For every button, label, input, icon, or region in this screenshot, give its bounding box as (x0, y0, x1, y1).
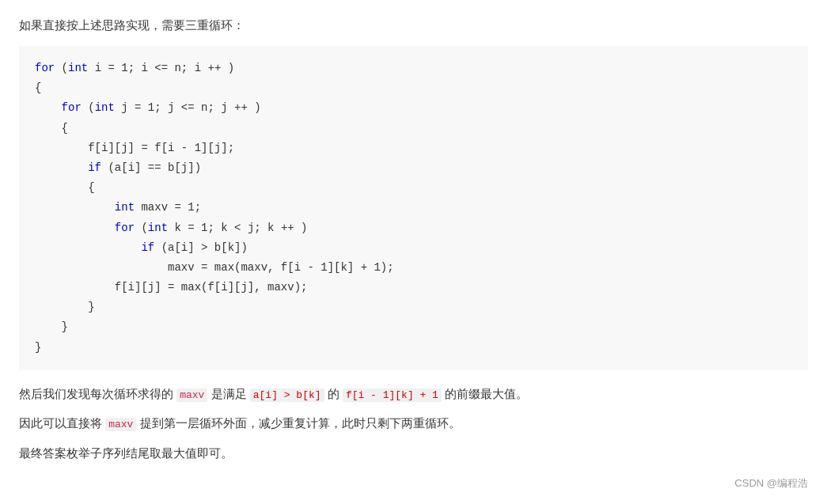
para1-mid1: 是满足 (207, 387, 249, 400)
footer-brand: CSDN @编程浩 (734, 476, 808, 491)
para1-code3: f[i - 1][k] + 1 (343, 388, 442, 402)
code-line-5: f[i][j] = f[i - 1][j]; (35, 138, 792, 158)
code-line-1: for (int i = 1; i <= n; i ++ ) (35, 59, 792, 78)
para1-mid2: 的 (324, 387, 343, 400)
para3: 最终答案枚举子序列结尾取最大值即可。 (19, 442, 808, 464)
code-line-7: { (35, 178, 792, 198)
code-line-4: { (35, 119, 792, 138)
code-line-11: maxv = max(maxv, f[i - 1][k] + 1); (35, 258, 792, 278)
code-line-8: int maxv = 1; (35, 198, 792, 218)
code-line-9: for (int k = 1; k < j; k ++ ) (35, 218, 792, 238)
code-line-15: } (35, 338, 792, 358)
code-line-13: } (35, 297, 792, 317)
kw-if-1: if (88, 161, 101, 174)
para1-code1: maxv (176, 388, 207, 402)
kw-int-2: int (95, 101, 115, 114)
intro-text: 如果直接按上述思路实现，需要三重循环： (19, 16, 808, 35)
kw-int-3: int (115, 201, 135, 214)
para1-code2: a[i] > b[k] (250, 388, 324, 402)
para1: 然后我们发现每次循环求得的 maxv 是满足 a[i] > b[k] 的 f[i… (19, 383, 808, 404)
para2-code1: maxv (105, 418, 136, 431)
kw-int-1: int (68, 62, 88, 74)
kw-for-3: for (115, 222, 135, 234)
code-line-2: { (35, 78, 792, 98)
kw-if-2: if (141, 241, 154, 254)
code-line-10: if (a[i] > b[k]) (35, 238, 792, 258)
kw-int-4: int (148, 222, 168, 234)
code-line-6: if (a[i] == b[j]) (35, 158, 792, 178)
code-line-12: f[i][j] = max(f[i][j], maxv); (35, 278, 792, 297)
para1-prefix: 然后我们发现每次循环求得的 (19, 387, 176, 400)
page-container: 如果直接按上述思路实现，需要三重循环： for (int i = 1; i <=… (0, 0, 827, 504)
para2: 因此可以直接将 maxv 提到第一层循环外面，减少重复计算，此时只剩下两重循环。 (19, 412, 808, 434)
code-line-14: } (35, 317, 792, 337)
kw-for-2: for (62, 101, 82, 114)
para1-mid3: 的前缀最大值。 (442, 387, 528, 400)
footer-row: CSDN @编程浩 (19, 476, 808, 491)
kw-for-1: for (35, 62, 55, 74)
code-line-3: for (int j = 1; j <= n; j ++ ) (35, 98, 792, 118)
para2-prefix: 因此可以直接将 (19, 416, 105, 430)
code-block: for (int i = 1; i <= n; i ++ ) { for (in… (19, 46, 808, 370)
para2-mid1: 提到第一层循环外面，减少重复计算，此时只剩下两重循环。 (136, 416, 460, 430)
